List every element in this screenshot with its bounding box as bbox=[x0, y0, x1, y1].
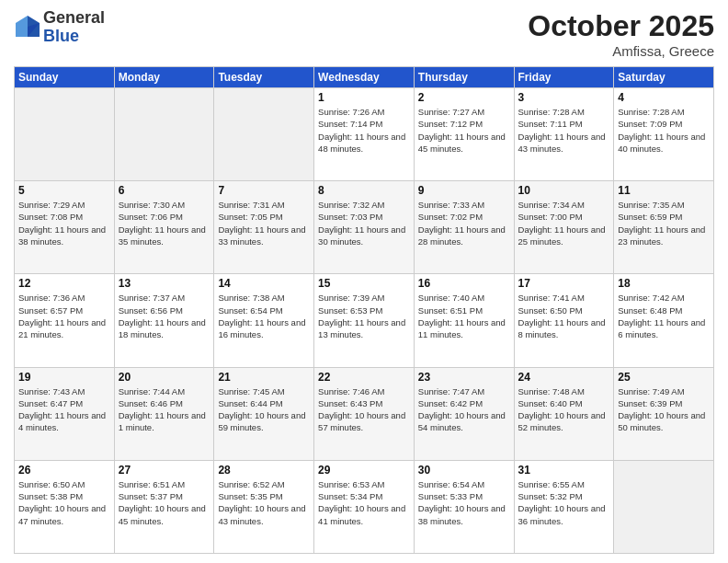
month-title: October 2025 bbox=[528, 9, 714, 43]
table-row: 18 Sunrise: 7:42 AMSunset: 6:48 PMDaylig… bbox=[614, 274, 714, 367]
day-number: 21 bbox=[218, 371, 310, 384]
calendar-week-row: 19 Sunrise: 7:43 AMSunset: 6:47 PMDaylig… bbox=[15, 367, 714, 460]
table-row: 7 Sunrise: 7:31 AMSunset: 7:05 PMDayligh… bbox=[214, 181, 314, 274]
table-row: 29 Sunrise: 6:53 AMSunset: 5:34 PMDaylig… bbox=[314, 460, 415, 553]
cell-content: Sunrise: 6:54 AMSunset: 5:33 PMDaylight:… bbox=[418, 479, 506, 526]
table-row: 3 Sunrise: 7:28 AMSunset: 7:11 PMDayligh… bbox=[514, 88, 614, 181]
table-row: 16 Sunrise: 7:40 AMSunset: 6:51 PMDaylig… bbox=[414, 274, 514, 367]
table-row: 9 Sunrise: 7:33 AMSunset: 7:02 PMDayligh… bbox=[414, 181, 514, 274]
day-number: 28 bbox=[218, 464, 310, 477]
day-number: 23 bbox=[418, 371, 510, 384]
table-row: 27 Sunrise: 6:51 AMSunset: 5:37 PMDaylig… bbox=[114, 460, 214, 553]
logo: General Blue bbox=[14, 9, 105, 46]
title-block: October 2025 Amfissa, Greece bbox=[528, 9, 714, 59]
logo-text: General Blue bbox=[43, 9, 105, 46]
cell-content: Sunrise: 6:50 AMSunset: 5:38 PMDaylight:… bbox=[18, 479, 106, 526]
table-row: 26 Sunrise: 6:50 AMSunset: 5:38 PMDaylig… bbox=[15, 460, 115, 553]
table-row: 25 Sunrise: 7:49 AMSunset: 6:39 PMDaylig… bbox=[614, 367, 714, 460]
cell-content: Sunrise: 7:32 AMSunset: 7:03 PMDaylight:… bbox=[318, 200, 405, 247]
day-number: 22 bbox=[318, 371, 410, 384]
cell-content: Sunrise: 7:47 AMSunset: 6:42 PMDaylight:… bbox=[418, 386, 506, 433]
logo-general-label: General bbox=[43, 9, 105, 28]
day-number: 6 bbox=[119, 184, 210, 197]
table-row bbox=[214, 88, 314, 181]
day-number: 3 bbox=[518, 91, 610, 104]
cell-content: Sunrise: 7:44 AMSunset: 6:46 PMDaylight:… bbox=[119, 386, 206, 433]
table-row: 8 Sunrise: 7:32 AMSunset: 7:03 PMDayligh… bbox=[314, 181, 415, 274]
table-row: 11 Sunrise: 7:35 AMSunset: 6:59 PMDaylig… bbox=[614, 181, 714, 274]
table-row: 6 Sunrise: 7:30 AMSunset: 7:06 PMDayligh… bbox=[114, 181, 214, 274]
calendar-week-row: 5 Sunrise: 7:29 AMSunset: 7:08 PMDayligh… bbox=[15, 181, 714, 274]
location-subtitle: Amfissa, Greece bbox=[528, 43, 714, 59]
cell-content: Sunrise: 6:51 AMSunset: 5:37 PMDaylight:… bbox=[119, 479, 206, 526]
table-row: 28 Sunrise: 6:52 AMSunset: 5:35 PMDaylig… bbox=[214, 460, 314, 553]
table-row: 30 Sunrise: 6:54 AMSunset: 5:33 PMDaylig… bbox=[414, 460, 514, 553]
day-number: 9 bbox=[418, 184, 510, 197]
table-row bbox=[614, 460, 714, 553]
table-row: 19 Sunrise: 7:43 AMSunset: 6:47 PMDaylig… bbox=[15, 367, 115, 460]
col-saturday: Saturday bbox=[614, 67, 714, 88]
cell-content: Sunrise: 7:31 AMSunset: 7:05 PMDaylight:… bbox=[218, 200, 305, 247]
cell-content: Sunrise: 7:37 AMSunset: 6:56 PMDaylight:… bbox=[119, 293, 206, 339]
cell-content: Sunrise: 7:26 AMSunset: 7:14 PMDaylight:… bbox=[318, 107, 405, 154]
logo-blue-label: Blue bbox=[43, 28, 105, 46]
day-number: 10 bbox=[518, 184, 610, 197]
day-number: 12 bbox=[18, 277, 110, 290]
table-row: 17 Sunrise: 7:41 AMSunset: 6:50 PMDaylig… bbox=[514, 274, 614, 367]
table-row: 23 Sunrise: 7:47 AMSunset: 6:42 PMDaylig… bbox=[414, 367, 514, 460]
table-row: 10 Sunrise: 7:34 AMSunset: 7:00 PMDaylig… bbox=[514, 181, 614, 274]
cell-content: Sunrise: 7:30 AMSunset: 7:06 PMDaylight:… bbox=[119, 200, 206, 247]
table-row: 13 Sunrise: 7:37 AMSunset: 6:56 PMDaylig… bbox=[114, 274, 214, 367]
day-number: 29 bbox=[318, 464, 410, 477]
col-wednesday: Wednesday bbox=[314, 67, 415, 88]
cell-content: Sunrise: 7:40 AMSunset: 6:51 PMDaylight:… bbox=[418, 293, 506, 339]
day-number: 5 bbox=[18, 184, 110, 197]
table-row: 20 Sunrise: 7:44 AMSunset: 6:46 PMDaylig… bbox=[114, 367, 214, 460]
cell-content: Sunrise: 7:33 AMSunset: 7:02 PMDaylight:… bbox=[418, 200, 506, 247]
cell-content: Sunrise: 7:43 AMSunset: 6:47 PMDaylight:… bbox=[18, 386, 106, 433]
cell-content: Sunrise: 7:38 AMSunset: 6:54 PMDaylight:… bbox=[218, 293, 305, 339]
col-friday: Friday bbox=[514, 67, 614, 88]
day-number: 26 bbox=[18, 464, 110, 477]
day-number: 7 bbox=[218, 184, 310, 197]
svg-marker-1 bbox=[16, 16, 28, 37]
day-number: 30 bbox=[418, 464, 510, 477]
cell-content: Sunrise: 6:53 AMSunset: 5:34 PMDaylight:… bbox=[318, 479, 405, 526]
table-row: 21 Sunrise: 7:45 AMSunset: 6:44 PMDaylig… bbox=[214, 367, 314, 460]
table-row: 2 Sunrise: 7:27 AMSunset: 7:12 PMDayligh… bbox=[414, 88, 514, 181]
cell-content: Sunrise: 7:36 AMSunset: 6:57 PMDaylight:… bbox=[18, 293, 106, 339]
day-number: 15 bbox=[318, 277, 410, 290]
day-number: 4 bbox=[618, 91, 710, 104]
day-number: 14 bbox=[218, 277, 310, 290]
cell-content: Sunrise: 7:34 AMSunset: 7:00 PMDaylight:… bbox=[518, 200, 606, 247]
col-sunday: Sunday bbox=[15, 67, 115, 88]
table-row: 15 Sunrise: 7:39 AMSunset: 6:53 PMDaylig… bbox=[314, 274, 415, 367]
cell-content: Sunrise: 7:42 AMSunset: 6:48 PMDaylight:… bbox=[618, 293, 705, 339]
cell-content: Sunrise: 7:46 AMSunset: 6:43 PMDaylight:… bbox=[318, 386, 405, 433]
calendar-header-row: Sunday Monday Tuesday Wednesday Thursday… bbox=[15, 67, 714, 88]
table-row: 1 Sunrise: 7:26 AMSunset: 7:14 PMDayligh… bbox=[314, 88, 415, 181]
day-number: 16 bbox=[418, 277, 510, 290]
cell-content: Sunrise: 7:28 AMSunset: 7:09 PMDaylight:… bbox=[618, 107, 705, 154]
table-row: 4 Sunrise: 7:28 AMSunset: 7:09 PMDayligh… bbox=[614, 88, 714, 181]
table-row bbox=[114, 88, 214, 181]
logo-icon bbox=[14, 14, 41, 41]
col-monday: Monday bbox=[114, 67, 214, 88]
table-row: 12 Sunrise: 7:36 AMSunset: 6:57 PMDaylig… bbox=[15, 274, 115, 367]
table-row: 31 Sunrise: 6:55 AMSunset: 5:32 PMDaylig… bbox=[514, 460, 614, 553]
cell-content: Sunrise: 6:52 AMSunset: 5:35 PMDaylight:… bbox=[218, 479, 305, 526]
day-number: 20 bbox=[119, 371, 210, 384]
cell-content: Sunrise: 6:55 AMSunset: 5:32 PMDaylight:… bbox=[518, 479, 606, 526]
day-number: 2 bbox=[418, 91, 510, 104]
day-number: 18 bbox=[618, 277, 710, 290]
table-row: 14 Sunrise: 7:38 AMSunset: 6:54 PMDaylig… bbox=[214, 274, 314, 367]
day-number: 8 bbox=[318, 184, 410, 197]
day-number: 11 bbox=[618, 184, 710, 197]
calendar-week-row: 26 Sunrise: 6:50 AMSunset: 5:38 PMDaylig… bbox=[15, 460, 714, 553]
page: General Blue October 2025 Amfissa, Greec… bbox=[0, 0, 728, 563]
day-number: 19 bbox=[18, 371, 110, 384]
cell-content: Sunrise: 7:27 AMSunset: 7:12 PMDaylight:… bbox=[418, 107, 506, 154]
table-row: 24 Sunrise: 7:48 AMSunset: 6:40 PMDaylig… bbox=[514, 367, 614, 460]
calendar-week-row: 12 Sunrise: 7:36 AMSunset: 6:57 PMDaylig… bbox=[15, 274, 714, 367]
col-tuesday: Tuesday bbox=[214, 67, 314, 88]
